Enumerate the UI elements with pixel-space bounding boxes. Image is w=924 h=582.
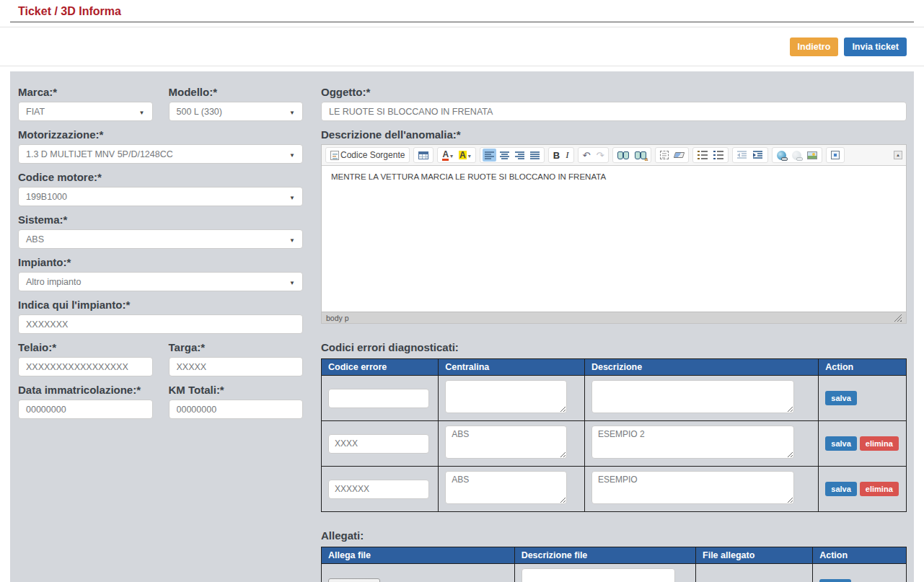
col-centralina: Centralina <box>439 359 585 376</box>
error-row: salvaelimina <box>322 467 907 512</box>
codice-errore-input[interactable] <box>328 434 429 454</box>
bold-button[interactable] <box>551 149 562 162</box>
page-header: Ticket / 3D Informa <box>10 0 914 22</box>
attachments-table-header-row: Allega file Descrizione file File allega… <box>322 547 907 564</box>
replace-button[interactable]: a <box>633 149 648 162</box>
align-left-icon <box>485 151 494 159</box>
col-file-allegato: File allegato <box>696 547 813 564</box>
resize-handle-icon[interactable] <box>894 314 902 322</box>
link-button[interactable] <box>775 149 788 162</box>
centralina-textarea[interactable] <box>445 380 567 413</box>
insert-image-button[interactable] <box>805 149 819 162</box>
outdent-button[interactable] <box>735 149 749 162</box>
centralina-textarea[interactable] <box>445 471 567 504</box>
salva-button[interactable]: salva <box>825 436 857 451</box>
elements-path[interactable]: body p <box>326 314 349 322</box>
motorizzazione-label: Motorizzazione:* <box>18 128 303 141</box>
unlink-icon <box>792 151 801 160</box>
marca-select[interactable]: FIAT <box>18 102 153 121</box>
sistema-select[interactable]: ABS <box>18 229 303 249</box>
numbered-list-button[interactable] <box>695 149 710 162</box>
col-action: Action <box>819 359 907 376</box>
align-center-icon <box>500 151 509 159</box>
chevron-down-icon <box>139 107 145 117</box>
marca-label: Marca:* <box>18 86 153 98</box>
find-button[interactable] <box>615 149 631 162</box>
bulleted-list-button[interactable] <box>711 149 726 162</box>
undo-button[interactable] <box>581 149 593 162</box>
descrizione-textarea[interactable] <box>591 426 794 459</box>
select-all-icon <box>660 151 669 159</box>
sistema-select-value: ABS <box>26 234 44 244</box>
elimina-button[interactable]: elimina <box>860 436 899 451</box>
km-totali-input[interactable] <box>169 400 304 419</box>
insert-table-button[interactable] <box>416 149 431 162</box>
unlink-button[interactable] <box>790 149 804 162</box>
descrizione-file-textarea[interactable] <box>522 568 676 582</box>
align-justify-button[interactable] <box>528 149 542 162</box>
replace-icon: a <box>635 151 646 159</box>
editor-content[interactable]: MENTRE LA VETTURA MARCIA LE RUOTE SI BLO… <box>322 166 906 312</box>
attachments-table: Allega file Descrizione file File allega… <box>321 547 907 582</box>
scegli-file-button[interactable]: Scegli file <box>328 578 380 582</box>
bulleted-list-icon <box>713 151 723 159</box>
telaio-label: Telaio:* <box>18 341 153 353</box>
bold-icon <box>553 150 560 161</box>
col-descrizione-file: Descrizione file <box>514 547 695 564</box>
italic-button[interactable] <box>563 149 571 162</box>
table-icon <box>418 151 428 159</box>
remove-format-button[interactable] <box>672 149 686 162</box>
align-right-button[interactable] <box>513 149 527 162</box>
redo-button[interactable] <box>594 149 606 162</box>
maximize-button[interactable] <box>829 149 842 162</box>
toolbar-collapse-button[interactable] <box>894 151 902 159</box>
motorizzazione-select[interactable]: 1.3 D MULTIJET MNV 5P/D/1248CC <box>18 144 303 164</box>
telaio-input[interactable] <box>18 357 153 376</box>
oggetto-input[interactable] <box>321 102 907 121</box>
codice-motore-select[interactable]: 199B1000 <box>18 187 303 206</box>
descrizione-textarea[interactable] <box>591 380 794 413</box>
salva-button[interactable]: salva <box>825 391 857 405</box>
errors-table: Codice errore Centralina Descrizione Act… <box>321 358 907 512</box>
indica-impianto-input[interactable] <box>18 314 303 334</box>
salva-button[interactable]: salva <box>819 579 851 582</box>
errors-section-title: Codici errori diagnosticati: <box>321 341 907 353</box>
descrizione-label: Descrizione dell'anomalia:* <box>321 128 907 141</box>
impianto-select[interactable]: Altro impianto <box>18 272 303 291</box>
source-button[interactable]: Codice Sorgente <box>328 149 407 162</box>
marca-select-value: FIAT <box>26 107 45 117</box>
background-color-button[interactable]: A <box>457 149 473 162</box>
source-button-label: Codice Sorgente <box>340 150 405 160</box>
chevron-down-icon <box>289 234 295 244</box>
redo-icon <box>596 150 604 161</box>
modello-select[interactable]: 500 L (330) <box>169 102 304 121</box>
actions-bar: Indietro Invia ticket <box>0 27 924 66</box>
codice-errore-input[interactable] <box>328 389 429 408</box>
salva-button[interactable]: salva <box>825 482 857 496</box>
chevron-down-icon <box>289 107 295 117</box>
indietro-button[interactable]: Indietro <box>790 38 839 56</box>
select-all-button[interactable] <box>658 149 671 162</box>
error-row: salvaelimina <box>322 421 907 467</box>
descrizione-textarea[interactable] <box>591 471 794 504</box>
invia-ticket-button[interactable]: Invia ticket <box>844 38 907 56</box>
chevron-down-icon <box>289 149 295 159</box>
col-descrizione: Descrizione <box>584 359 818 376</box>
data-immatricolazione-input[interactable] <box>18 400 153 419</box>
motorizzazione-select-value: 1.3 D MULTIJET MNV 5P/D/1248CC <box>26 149 173 159</box>
remove-format-icon <box>674 152 685 158</box>
align-left-button[interactable] <box>483 149 496 162</box>
text-color-button[interactable]: A <box>440 149 455 162</box>
error-row: salva <box>322 376 907 421</box>
elimina-button[interactable]: elimina <box>860 482 899 496</box>
source-code-icon <box>330 151 339 160</box>
centralina-textarea[interactable] <box>445 426 567 459</box>
indent-button[interactable] <box>751 149 765 162</box>
vehicle-form: Marca:* FIAT Modello:* 500 L (330) Motor… <box>18 86 303 582</box>
codice-errore-input[interactable] <box>328 480 429 499</box>
page-title: Ticket / 3D Informa <box>18 5 906 18</box>
targa-input[interactable] <box>169 357 304 376</box>
align-center-button[interactable] <box>498 149 511 162</box>
background-color-icon: A <box>459 151 467 159</box>
chevron-down-icon <box>468 150 471 160</box>
